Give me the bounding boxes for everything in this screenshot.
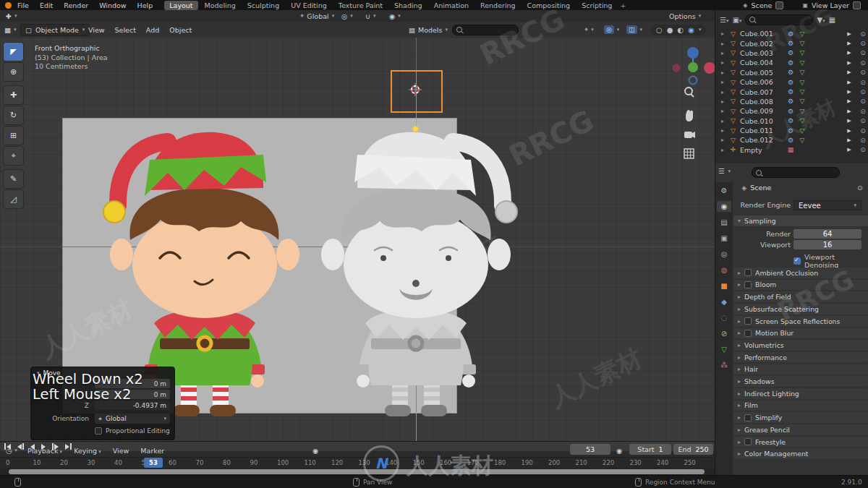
visibility-eye-icon[interactable]: ⊙ bbox=[857, 127, 868, 134]
properties-section[interactable]: ▸ Volumetrics bbox=[733, 340, 868, 351]
properties-section[interactable]: ▸ Indirect Lighting bbox=[733, 388, 868, 399]
blender-logo-icon[interactable] bbox=[5, 2, 12, 9]
properties-tab-tool[interactable]: ⚙ bbox=[717, 185, 731, 196]
pin-icon[interactable]: ⊙ bbox=[857, 184, 863, 192]
shading-solid-icon[interactable]: ● bbox=[667, 26, 673, 34]
mode-dropdown[interactable]: ▢Object Mode▾ bbox=[20, 22, 90, 38]
properties-section[interactable]: ▸ Depth of Field bbox=[733, 291, 868, 302]
section-checkbox[interactable] bbox=[744, 317, 752, 325]
properties-section[interactable]: ▸ Ambient Occlusion bbox=[733, 267, 868, 278]
new-collection-icon[interactable]: ▦ bbox=[829, 16, 835, 24]
tool-rotate[interactable]: ↻ bbox=[3, 106, 24, 125]
properties-tab-constraints[interactable]: ⊘ bbox=[717, 328, 731, 339]
workspace-tab[interactable]: Scripting bbox=[576, 1, 617, 10]
options-dropdown[interactable]: Options▾ bbox=[669, 10, 701, 22]
shading-material-icon[interactable]: ◐ bbox=[677, 26, 684, 34]
workspace-tab[interactable]: Shading bbox=[389, 1, 427, 10]
playhead-badge[interactable]: 53 bbox=[144, 458, 163, 468]
properties-tab-render[interactable]: ◉ bbox=[717, 201, 731, 212]
visibility-eye-icon[interactable]: ⊙ bbox=[857, 79, 868, 86]
new-view-layer-icon[interactable] bbox=[853, 1, 861, 9]
workspace-tab[interactable]: Rendering bbox=[475, 1, 521, 10]
overlays-toggle[interactable]: ◎▾ bbox=[604, 22, 619, 38]
workspace-tab[interactable]: UV Editing bbox=[286, 1, 332, 10]
scene-selector[interactable]: ◈ Scene bbox=[743, 1, 783, 9]
timeline-editor-dropdown[interactable]: ◷▾ bbox=[6, 443, 17, 458]
visibility-eye-icon[interactable]: ⊙ bbox=[857, 98, 868, 105]
selectability-cursor-icon[interactable]: ▶ bbox=[844, 40, 854, 46]
section-checkbox[interactable] bbox=[744, 330, 752, 337]
properties-section[interactable]: ▸ Color Management bbox=[733, 449, 868, 460]
new-scene-icon[interactable] bbox=[775, 1, 783, 9]
visibility-eye-icon[interactable]: ⊙ bbox=[857, 88, 868, 95]
properties-tab-object-data[interactable]: ▽ bbox=[717, 344, 731, 355]
properties-tab-world[interactable]: ◍ bbox=[717, 265, 731, 275]
workspace-tab[interactable]: Texture Paint bbox=[333, 1, 388, 10]
filter-dropdown[interactable]: ▣▾ bbox=[732, 16, 741, 24]
gizmo-dropdown[interactable]: ⌖▾ bbox=[584, 22, 594, 38]
visibility-eye-icon[interactable]: ⊙ bbox=[857, 59, 868, 67]
disclosure-icon[interactable]: ▸ bbox=[721, 30, 726, 37]
frame-end-field[interactable]: End250 bbox=[673, 444, 713, 455]
view-layer-selector[interactable]: ▣ View Layer bbox=[802, 1, 861, 9]
asset-dropdown[interactable]: ▤ Models▾ bbox=[409, 22, 448, 38]
workspace-tab[interactable]: Compositing bbox=[522, 1, 576, 10]
menu-item[interactable]: File bbox=[17, 1, 29, 9]
selectability-cursor-icon[interactable]: ▶ bbox=[844, 80, 854, 85]
workspace-tab[interactable]: Animation bbox=[429, 1, 474, 10]
outliner-row[interactable]: ▸ ▽ Cube.009 ⚙ ▽ ▶ ⊙ bbox=[715, 106, 868, 116]
menu-item[interactable]: Keying ▾ bbox=[74, 447, 101, 455]
selectability-cursor-icon[interactable]: ▶ bbox=[844, 98, 854, 104]
menu-item[interactable]: View bbox=[113, 447, 129, 455]
properties-section[interactable]: ▸ Shadows bbox=[733, 376, 868, 387]
properties-tab-view-layer[interactable]: ▣ bbox=[717, 233, 731, 244]
selectability-cursor-icon[interactable]: ▶ bbox=[844, 118, 854, 124]
outliner-row[interactable]: ▸ ▽ Cube.011 ⚙ ▽ ▶ ⊙ bbox=[715, 126, 868, 135]
tool-scale[interactable]: ⊞ bbox=[3, 126, 24, 145]
properties-editor-dropdown[interactable]: ☰▾ bbox=[718, 167, 731, 175]
disclosure-icon[interactable]: ▸ bbox=[721, 50, 726, 56]
outliner-row[interactable]: ▸ ▽ Cube.001 ⚙ ▽ ▶ ⊙ bbox=[715, 29, 868, 38]
selectability-cursor-icon[interactable]: ▶ bbox=[844, 137, 854, 143]
properties-tab-output[interactable]: ▤ bbox=[717, 217, 731, 228]
menu-item[interactable]: View bbox=[88, 26, 105, 34]
xray-toggle[interactable]: ◫▾ bbox=[626, 22, 642, 38]
outliner-row[interactable]: ▸ ▽ Cube.006 ⚙ ▽ ▶ ⊙ bbox=[715, 77, 868, 87]
disclosure-icon[interactable]: ▸ bbox=[721, 69, 726, 76]
sampling-panel-header[interactable]: ▾Sampling bbox=[733, 215, 868, 226]
properties-section[interactable]: ▸ Hair bbox=[733, 364, 868, 375]
properties-tab-modifiers[interactable]: ◆ bbox=[717, 296, 731, 307]
pivot-point-dropdown[interactable]: ◎▾ bbox=[341, 10, 353, 22]
tool-move[interactable]: ✚ bbox=[3, 85, 24, 105]
visibility-eye-icon[interactable]: ⊙ bbox=[857, 108, 868, 115]
section-checkbox[interactable] bbox=[744, 269, 752, 276]
properties-search-input[interactable] bbox=[765, 169, 815, 176]
selectability-cursor-icon[interactable]: ▶ bbox=[844, 89, 854, 95]
disclosure-icon[interactable]: ▸ bbox=[721, 89, 726, 95]
properties-section[interactable]: ▸ Bloom bbox=[733, 280, 868, 291]
visibility-eye-icon[interactable]: ⊙ bbox=[857, 69, 868, 76]
auto-keying-toggle[interactable]: ◉ bbox=[312, 443, 318, 458]
disclosure-icon[interactable]: ▸ bbox=[721, 118, 726, 124]
outliner-search-input[interactable] bbox=[758, 16, 809, 23]
current-frame-field[interactable]: 53 bbox=[570, 444, 610, 455]
active-tool-icon[interactable]: ✚▾ bbox=[6, 10, 17, 22]
tool-transform[interactable]: ⌖ bbox=[3, 146, 24, 166]
workspace-tab[interactable]: Modeling bbox=[200, 1, 241, 10]
tool-measure[interactable]: ◿ bbox=[3, 189, 24, 209]
proportional-editing-icon[interactable]: ◉▾ bbox=[389, 10, 401, 22]
outliner-row[interactable]: ▸ ▽ Cube.008 ⚙ ▽ ▶ ⊙ bbox=[715, 97, 868, 106]
tool-select-box[interactable]: ◤ bbox=[3, 42, 24, 61]
viewport-search-input[interactable] bbox=[465, 26, 509, 33]
tool-annotate[interactable]: ✎ bbox=[3, 169, 24, 189]
light-origin-dot[interactable] bbox=[413, 127, 418, 132]
selectability-cursor-icon[interactable]: ▶ bbox=[844, 128, 854, 134]
selectability-cursor-icon[interactable]: ▶ bbox=[844, 31, 854, 37]
properties-tab-physics[interactable]: ◌ bbox=[717, 312, 731, 323]
selectability-cursor-icon[interactable]: ▶ bbox=[844, 50, 854, 56]
transform-orientation-dropdown[interactable]: ⌖ Global▾ bbox=[300, 10, 334, 22]
outliner-row[interactable]: ▸ ▽ Cube.004 ⚙ ▽ ▶ ⊙ bbox=[715, 58, 868, 67]
menu-item[interactable]: Add bbox=[146, 26, 159, 34]
visibility-eye-icon[interactable]: ⊙ bbox=[857, 49, 868, 56]
disclosure-icon[interactable]: ▸ bbox=[721, 147, 726, 153]
